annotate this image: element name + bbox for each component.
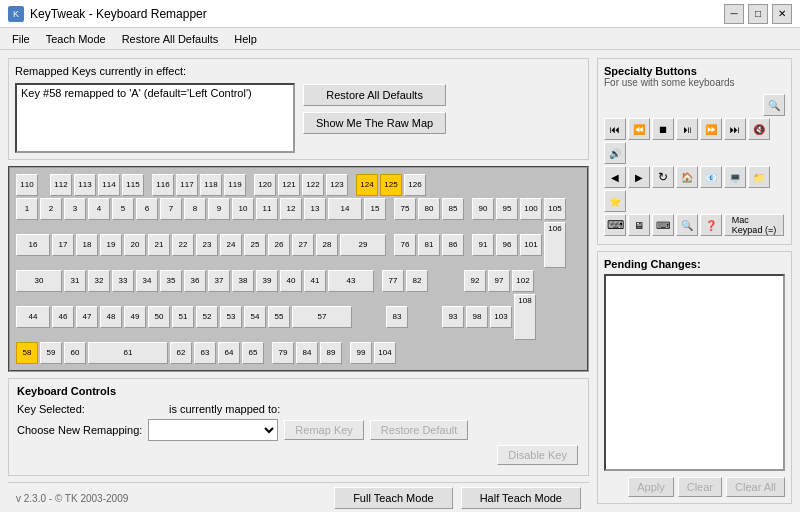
restore-default-button[interactable]: Restore Default [370,420,468,440]
key-5[interactable]: 5 [112,198,134,220]
key-121[interactable]: 121 [278,174,300,196]
specialty-s3[interactable]: ⌨ [652,214,674,236]
key-62[interactable]: 62 [170,342,192,364]
key-33[interactable]: 33 [112,270,134,292]
specialty-media-stop[interactable]: ⏹ [652,118,674,140]
remapping-select[interactable] [148,419,278,441]
key-106[interactable]: 106 [544,222,566,268]
key-108[interactable]: 108 [514,294,536,340]
specialty-vol-mute[interactable]: 🔇 [748,118,770,140]
key-20[interactable]: 20 [124,234,146,256]
menu-file[interactable]: File [4,31,38,47]
key-53[interactable]: 53 [220,306,242,328]
key-8[interactable]: 8 [184,198,206,220]
key-36[interactable]: 36 [184,270,206,292]
key-113[interactable]: 113 [74,174,96,196]
key-93[interactable]: 93 [442,306,464,328]
key-80[interactable]: 80 [418,198,440,220]
key-61[interactable]: 61 [88,342,168,364]
clear-all-button[interactable]: Clear All [726,477,785,497]
key-29[interactable]: 29 [340,234,386,256]
key-120[interactable]: 120 [254,174,276,196]
specialty-email[interactable]: 📧 [700,166,722,188]
specialty-refresh[interactable]: ↻ [652,166,674,188]
specialty-media-next[interactable]: ⏭ [724,118,746,140]
key-51[interactable]: 51 [172,306,194,328]
apply-button[interactable]: Apply [628,477,674,497]
key-82[interactable]: 82 [406,270,428,292]
menu-teach-mode[interactable]: Teach Mode [38,31,114,47]
key-21[interactable]: 21 [148,234,170,256]
remap-key-button[interactable]: Remap Key [284,420,363,440]
specialty-search-btn[interactable]: 🔍 [763,94,785,116]
key-35[interactable]: 35 [160,270,182,292]
key-77[interactable]: 77 [382,270,404,292]
key-41[interactable]: 41 [304,270,326,292]
key-19[interactable]: 19 [100,234,122,256]
key-30[interactable]: 30 [16,270,62,292]
key-55[interactable]: 55 [268,306,290,328]
key-4[interactable]: 4 [88,198,110,220]
key-13[interactable]: 13 [304,198,326,220]
key-116[interactable]: 116 [152,174,174,196]
key-15[interactable]: 15 [364,198,386,220]
close-button[interactable]: ✕ [772,4,792,24]
key-125[interactable]: 125 [380,174,402,196]
specialty-fwd2[interactable]: ▶ [628,166,650,188]
key-24[interactable]: 24 [220,234,242,256]
key-27[interactable]: 27 [292,234,314,256]
specialty-favorites[interactable]: ⭐ [604,190,626,212]
key-59[interactable]: 59 [40,342,62,364]
key-38[interactable]: 38 [232,270,254,292]
key-11[interactable]: 11 [256,198,278,220]
show-raw-map-button[interactable]: Show Me The Raw Map [303,112,446,134]
remapped-textarea[interactable] [15,83,295,153]
key-118[interactable]: 118 [200,174,222,196]
key-65[interactable]: 65 [242,342,264,364]
key-90[interactable]: 90 [472,198,494,220]
specialty-s2[interactable]: 🖥 [628,214,650,236]
key-9[interactable]: 9 [208,198,230,220]
key-91[interactable]: 91 [472,234,494,256]
key-102[interactable]: 102 [512,270,534,292]
key-115[interactable]: 115 [122,174,144,196]
key-83[interactable]: 83 [386,306,408,328]
key-28[interactable]: 28 [316,234,338,256]
specialty-back[interactable]: ◀ [604,166,626,188]
specialty-home[interactable]: 🏠 [676,166,698,188]
key-101[interactable]: 101 [520,234,542,256]
key-95[interactable]: 95 [496,198,518,220]
key-12[interactable]: 12 [280,198,302,220]
disable-key-button[interactable]: Disable Key [497,445,578,465]
key-52[interactable]: 52 [196,306,218,328]
key-14[interactable]: 14 [328,198,362,220]
key-34[interactable]: 34 [136,270,158,292]
key-124[interactable]: 124 [356,174,378,196]
key-64[interactable]: 64 [218,342,240,364]
key-32[interactable]: 32 [88,270,110,292]
key-58[interactable]: 58 [16,342,38,364]
key-85[interactable]: 85 [442,198,464,220]
key-119[interactable]: 119 [224,174,246,196]
specialty-s4[interactable]: 🔍 [676,214,698,236]
key-40[interactable]: 40 [280,270,302,292]
key-22[interactable]: 22 [172,234,194,256]
minimize-button[interactable]: ─ [724,4,744,24]
key-86[interactable]: 86 [442,234,464,256]
mac-keypad-button[interactable]: MacKeypad (=) [724,214,784,236]
key-122[interactable]: 122 [302,174,324,196]
key-84[interactable]: 84 [296,342,318,364]
specialty-media-rew[interactable]: ⏪ [628,118,650,140]
key-98[interactable]: 98 [466,306,488,328]
key-48[interactable]: 48 [100,306,122,328]
key-25[interactable]: 25 [244,234,266,256]
key-63[interactable]: 63 [194,342,216,364]
key-97[interactable]: 97 [488,270,510,292]
key-31[interactable]: 31 [64,270,86,292]
key-54[interactable]: 54 [244,306,266,328]
key-23[interactable]: 23 [196,234,218,256]
key-49[interactable]: 49 [124,306,146,328]
specialty-folder[interactable]: 📁 [748,166,770,188]
restore-all-defaults-button[interactable]: Restore All Defaults [303,84,446,106]
key-114[interactable]: 114 [98,174,120,196]
